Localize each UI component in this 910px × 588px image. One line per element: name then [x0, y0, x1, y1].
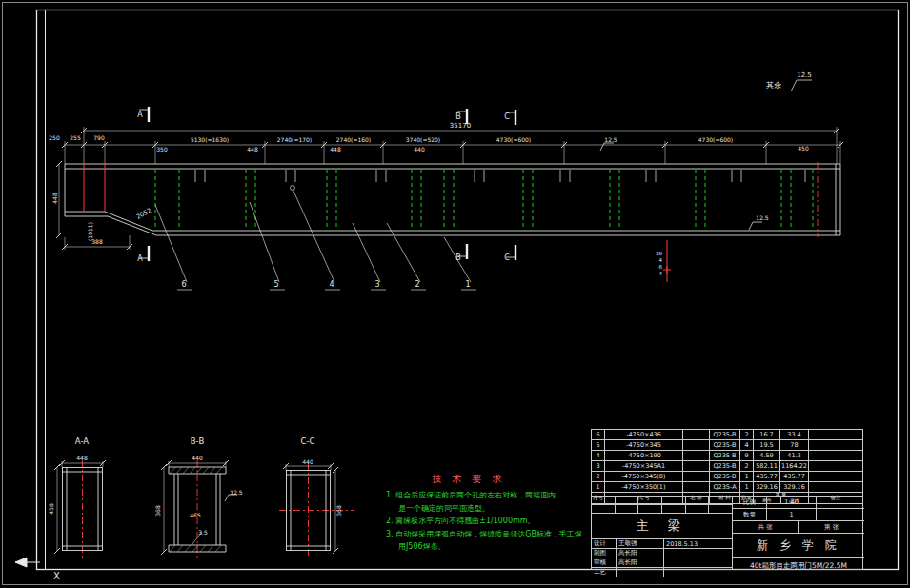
part-total-weight: 41.3	[780, 451, 809, 460]
flange-ticks	[195, 170, 805, 182]
part-material: Q235-B	[710, 461, 740, 471]
part-total-weight: 78	[780, 440, 809, 450]
weld-note-3: 6	[659, 264, 663, 270]
sheet-row: 共 张 第 张	[733, 521, 864, 534]
sig-role: 工艺	[592, 568, 617, 577]
part-name	[683, 451, 710, 460]
scale-label: 比例	[733, 497, 767, 508]
part-remark	[809, 472, 862, 481]
part-code: -4750×345	[605, 440, 683, 450]
sig-name: 王敬强	[617, 539, 664, 548]
section-marker-a-bottom: A	[137, 254, 143, 263]
sig-name: 高长阳	[617, 558, 664, 567]
end-plate-lines	[84, 164, 671, 282]
sig-role: 审核	[592, 558, 617, 567]
part-qty: 1	[740, 482, 754, 492]
table-row: 6 -4750×436 Q235-B 2 16.7 33.4	[592, 430, 862, 440]
table-row: 2 -4750×345(8) Q235-B 1 435.77 435.77	[592, 472, 862, 482]
sheets-total: 共 张	[733, 521, 799, 533]
part-unit-weight: 19.5	[754, 440, 780, 450]
part-total-weight: 33.4	[780, 430, 809, 439]
qty-value: 1	[767, 509, 817, 520]
title-block-left: 主 梁 设计 王敬强 2018.5.13 制图 高长阳 审核 高长阳 工艺	[592, 497, 733, 569]
sig-date	[664, 558, 732, 567]
cad-paper-space[interactable]: 其余 12.5 35170 5130(=1630) 2740(=170) 274…	[0, 0, 910, 588]
section-a-label: A-A	[75, 436, 90, 446]
dim-segment-5: 4730(=600)	[496, 136, 531, 143]
section-marker-a-top: A	[137, 111, 143, 119]
part-name	[683, 482, 710, 492]
tech-line: 用J506焊条。	[386, 540, 618, 554]
sig-date	[664, 568, 732, 577]
scale-value: 1:40	[767, 497, 817, 508]
section-a-top-dim: 448	[76, 455, 88, 461]
part-no: 3	[592, 461, 605, 471]
tech-line: 是一个确定的同平面造型。	[386, 502, 618, 516]
dim-mid-2: 448	[247, 146, 258, 152]
part-unit-weight: 16.7	[754, 430, 780, 439]
part-remark	[809, 482, 862, 492]
part-no: 4	[592, 451, 605, 460]
section-marker-c-bottom: C	[504, 253, 510, 262]
part-name	[683, 461, 710, 471]
qty-row: 数量 1	[733, 509, 864, 521]
section-b-top-dim: 440	[192, 455, 203, 461]
balloon-1: 1	[465, 280, 470, 289]
part-material: Q235-B	[710, 440, 740, 450]
dim-small-3: 790	[93, 134, 105, 141]
girder-outline	[65, 164, 840, 235]
parts-list-table: 6 -4750×436 Q235-B 2 16.7 33.4 5 -4750×3…	[591, 429, 863, 504]
section-marker-c-top: C	[504, 112, 510, 121]
weld-note-2: 4	[659, 257, 663, 263]
section-a-side-dim: 438	[48, 503, 54, 515]
part-unit-weight: 435.77	[754, 472, 780, 481]
part-total-weight: 435.77	[780, 472, 809, 481]
part-no: 1	[592, 482, 605, 492]
table-row: 5 -4750×345 Q235-B 4 19.5 78	[592, 440, 862, 451]
section-views	[62, 467, 331, 552]
sig-date	[664, 549, 732, 558]
balloon-5: 5	[273, 280, 278, 289]
roughness-note-value: 12.5	[797, 71, 812, 79]
table-row: 3 -4750×345A1 Q235-B 2 582.11 1164.22	[592, 461, 862, 472]
dim-segment-6: 4730(=600)	[698, 136, 733, 143]
dim-mid-3: 448	[330, 146, 341, 152]
part-total-weight: 329.16	[780, 482, 809, 492]
tech-line: 3. 自动焊采用埋弧自动焊，焊缝质量须达GB标准，手工焊	[386, 528, 618, 541]
signature-row: 设计 王敬强 2018.5.13	[592, 539, 732, 549]
part-qty: 2	[740, 461, 754, 471]
part-unit-weight: 4.59	[754, 451, 780, 460]
part-unit-weight: 329.16	[754, 482, 780, 492]
section-hatch	[170, 467, 222, 552]
part-no: 5	[592, 440, 605, 450]
section-b-side-dim: 368	[154, 505, 161, 517]
roughness-bottom-value: 12.5	[756, 214, 769, 221]
part-qty: 2	[740, 430, 754, 439]
title-block-right: 比例 1:40 数量 1 共 张 第 张 新 乡 学 院 40t箱形自走两用门5…	[733, 497, 864, 569]
part-name	[683, 430, 710, 439]
sig-name: 高长阳	[617, 549, 664, 558]
part-qty: 4	[740, 440, 754, 450]
dim-right-small: 450	[798, 145, 809, 152]
technical-requirements: 技 术 要 求 1. 组合后应保证前后两个孔的左右对称，两端面内 是一个确定的同…	[386, 473, 618, 554]
dim-bottom-left: 388	[91, 238, 103, 245]
section-c-top-dim: 440	[302, 458, 313, 465]
part-qty: 9	[740, 451, 754, 460]
table-row: 1 -4750×350(1) Q235-A 1 329.16 329.16	[592, 482, 862, 493]
balloon-2: 2	[415, 280, 419, 289]
signature-row: 审核 高长阳	[592, 558, 732, 568]
part-qty: 1	[740, 472, 754, 481]
part-no: 2	[592, 472, 605, 481]
dim-segment-1: 5130(=1630)	[191, 136, 229, 143]
section-marker-b-bottom: B	[455, 253, 461, 262]
tech-requirements-title: 技 术 要 求	[397, 473, 540, 486]
scale-row: 比例 1:40	[733, 497, 864, 509]
revision-strip	[592, 505, 732, 514]
part-unit-weight: 582.11	[754, 461, 780, 471]
part-name	[683, 472, 710, 481]
dim-small-1: 250	[49, 134, 60, 141]
signature-row: 制图 高长阳	[592, 549, 732, 558]
sig-role: 制图	[592, 549, 617, 558]
part-code: -4750×350(1)	[605, 482, 683, 492]
section-c-label: C-C	[301, 436, 315, 446]
